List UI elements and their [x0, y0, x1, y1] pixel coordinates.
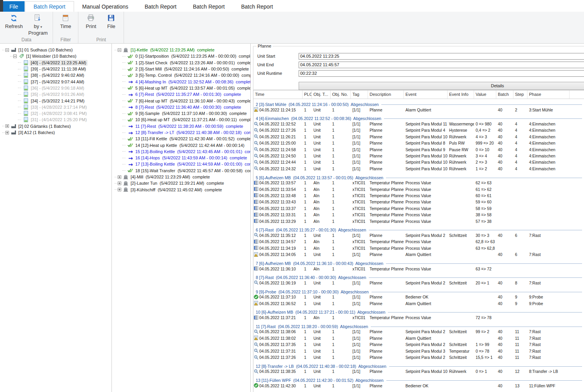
expand-plus-icon[interactable] — [118, 188, 121, 191]
tree-item-batch-6[interactable]: [36] - (5/4/2022 9:06:18 AM) — [0, 85, 111, 91]
tree-item-batch-13[interactable]: [3] A12 (1 Batches) — [0, 129, 111, 136]
column-header-description[interactable]: Description — [368, 90, 404, 99]
tree-item-batch-1[interactable]: [1] Weissbier (10 Batches) — [0, 53, 111, 59]
event-row[interactable]: 04.05.2022 11:24:501Unit1[1/1]PfanneSetp… — [253, 153, 584, 159]
time-button[interactable]: Time — [55, 13, 76, 37]
column-header-batch[interactable]: Batch — [496, 90, 513, 99]
tree-item-step-7[interactable]: 6 [7]-Rest (5/4/2022 11:35:27 AM - 00:01… — [112, 91, 250, 97]
tree-item-step-19[interactable]: 18 [15]-Wait Transfer (5/4/2022 11:45:57… — [112, 168, 250, 174]
tree-item-step-15[interactable]: 14 [12]-Heat up Kettle (5/4/2022 11:42:4… — [112, 142, 250, 148]
event-row[interactable]: 04.05.2022 11:37:261Unit1[1/1]PfanneSetp… — [253, 354, 584, 360]
event-row[interactable]: 04.05.2022 11:36:191Unit1[1/1]PfanneSetp… — [253, 280, 584, 286]
tree-item-batch-4[interactable]: [38] - (5/4/2022 9:46:02 AM) — [0, 72, 111, 78]
tree-item-batch-9[interactable]: [33] - (4/28/2022 3:17:14 PM) — [0, 104, 111, 110]
tree-item-step-16[interactable]: 15 [13]-Boiling Kettle (5/4/2022 11:43:4… — [112, 148, 250, 155]
expand-plus-icon[interactable] — [118, 175, 121, 179]
event-row[interactable]: 04.05.2022 11:42:301Unit1[1/1]PfanneBedi… — [253, 383, 584, 389]
tree-item-batch-10[interactable]: [32] - (4/28/2022 3:08:41 PM) — [0, 110, 111, 117]
event-row[interactable]: 04.05.2022 11:38:061Unit1[1/1]PfanneSetp… — [253, 329, 584, 335]
tree-item-step-10[interactable]: 9 [9]-Sample (5/4/2022 11:37:10 AM - 00:… — [112, 110, 250, 117]
event-row[interactable]: 04.05.2022 11:37:211AIn1xTIC01Temperatur… — [253, 314, 584, 321]
unit-end-input[interactable]: 04.05.2022 11:45:57 — [299, 62, 584, 68]
column-header-plc[interactable]: PLC — [303, 90, 312, 99]
event-row[interactable]: 04.05.2022 11:36:521Unit1[1/1]PfanneAlar… — [253, 300, 584, 307]
event-row[interactable]: 04.05.2022 11:24:151Unit1[1/1]PfanneAlar… — [253, 107, 584, 113]
tree-item-step-17[interactable]: 16 [14]-Hops (5/4/2022 11:43:59 AM - 00:… — [112, 155, 250, 161]
event-row[interactable]: 04.05.2022 11:34:191AIn1xTIC01Temperatur… — [253, 245, 584, 251]
event-row[interactable]: 04.05.2022 11:36:101AIn1xTIC01Temperatur… — [253, 266, 584, 272]
column-header-event[interactable]: Event — [404, 90, 448, 99]
event-row[interactable]: 04.05.2022 11:26:211Unit1[1/1]PfanneSetp… — [253, 134, 584, 140]
unit-runtime-input[interactable]: 00:22:32 — [299, 70, 584, 77]
column-header-time[interactable]: Time — [253, 90, 303, 99]
tree-item-step-8[interactable]: 7 [6]-Heat up MT (5/4/2022 11:36:10 AM -… — [112, 97, 250, 104]
tree-item-step-22[interactable]: [3]-Kühlschiff (5/4/2022 11:45:02 AM) co… — [112, 187, 250, 193]
event-row[interactable]: 04.05.2022 11:32:521Unit1[1/1]PfanneSetp… — [253, 121, 584, 127]
details-button[interactable]: Details — [299, 82, 584, 90]
event-row[interactable]: 04.05.2022 11:35:121Unit1[1/1]PfanneSetp… — [253, 232, 584, 238]
tree-item-step-5[interactable]: 4 [4]-Mashing In (5/4/2022 11:32:52 AM -… — [112, 78, 250, 85]
event-row[interactable]: 04.05.2022 11:24:581Unit1[1/1]PfanneSetp… — [253, 147, 584, 153]
collapse-minus-icon[interactable] — [118, 48, 121, 52]
tree-item-step-4[interactable]: 3 [5]-Temp. Control (5/4/2022 11:24:16 A… — [112, 72, 250, 78]
event-row[interactable]: 04.05.2022 11:25:001Unit1[1/1]PfanneSetp… — [253, 140, 584, 147]
event-row[interactable]: 04.05.2022 11:37:311Unit1[1/1]PfanneSetp… — [253, 348, 584, 354]
tab-batch-report-2[interactable]: Batch Report — [136, 1, 185, 12]
expand-plus-icon[interactable] — [5, 124, 9, 128]
expand-plus-icon[interactable] — [118, 182, 121, 185]
event-row[interactable]: 04.05.2022 11:33:371AIn1xTIC01Temperatur… — [253, 205, 584, 212]
tree-item-step-3[interactable]: 2 [3]-Start Mill (5/4/2022 11:24:16 AM -… — [112, 66, 250, 72]
event-row[interactable]: 04.05.2022 11:34:571AIn1xTIC01Temperatur… — [253, 239, 584, 245]
column-header-event-info[interactable]: Event Info — [448, 90, 474, 99]
print-button[interactable]: Print — [81, 13, 101, 37]
tab-batch-report-4[interactable]: Batch Report — [233, 1, 281, 12]
tree-item-step-12[interactable]: 11 [7]-Rest (5/4/2022 11:38:20 AM - 00:0… — [112, 123, 250, 129]
expand-plus-icon[interactable] — [5, 131, 9, 134]
tree-item-step-6[interactable]: 5 [6]-Heat up MT (5/4/2022 11:33:57 AM -… — [112, 85, 250, 91]
tree-item-step-18[interactable]: 17 [13]-Boiling Kettle (5/4/2022 11:44:5… — [112, 161, 250, 167]
event-row[interactable]: 04.05.2022 11:24:321Unit1[1/1]PfanneSetp… — [253, 166, 584, 172]
event-row[interactable]: 04.05.2022 11:33:541AIn1xTIC01Temperatur… — [253, 186, 584, 192]
tree-item-batch-3[interactable]: [39] - (5/4/2022 11:11:38 AM) — [0, 66, 111, 72]
tree-item-step-13[interactable]: 12 [8]-Transfer -> LT (5/4/2022 11:40:38… — [112, 129, 250, 136]
event-row[interactable]: 04.05.2022 11:33:571AIn1xTIC01Temperatur… — [253, 180, 584, 186]
file-button[interactable]: File — [101, 13, 121, 37]
tree-item-step-20[interactable]: [4]-Mill (5/4/2022 11:23:29 AM) complete — [112, 174, 250, 180]
event-row[interactable]: 04.05.2022 11:34:051Unit1[1/1]PfanneAlar… — [253, 251, 584, 258]
event-row[interactable]: 04.05.2022 11:27:261Unit1[1/1]PfanneSetp… — [253, 127, 584, 134]
column-header-tag[interactable]: Tag — [351, 90, 368, 99]
tree-item-batch-2[interactable]: [40] - (5/4/2022 11:23:25 AM) — [0, 60, 111, 66]
tree-item-step-14[interactable]: 13 [11]-Fill Kettle (5/4/2022 11:42:30 A… — [112, 136, 250, 142]
event-row[interactable]: 04.05.2022 11:38:021Unit1[1/1]PfanneAlar… — [253, 335, 584, 341]
event-row[interactable]: 04.05.2022 11:33:291AIn1xTIC01Temperatur… — [253, 218, 584, 224]
tree-item-batch-5[interactable]: [37] - (5/4/2022 9:07:44 AM) — [0, 78, 111, 85]
column-header-obj-t[interactable]: Obj. T... — [312, 90, 331, 99]
tab-file[interactable]: File — [3, 1, 25, 12]
tree-item-step-2[interactable]: 1 [2]-Start Check (5/4/2022 11:23:26 AM … — [112, 60, 250, 66]
tree-item-step-11[interactable]: 10 [6]-Heat up MT (5/4/2022 11:37:21 AM … — [112, 117, 250, 123]
event-row[interactable]: 04.05.2022 11:24:441Unit1[1/1]PfanneSetp… — [253, 159, 584, 166]
collapse-minus-icon[interactable] — [13, 55, 17, 58]
column-header-obj-no[interactable]: Obj. No. — [331, 90, 351, 99]
tree-item-batch-11[interactable]: [31] - (4/14/2022 1:25:20 PM) — [0, 117, 111, 123]
event-row[interactable]: 04.05.2022 11:37:101Unit1[1/1]PfanneBedi… — [253, 294, 584, 300]
tab-batch-report-3[interactable]: Batch Report — [185, 1, 233, 12]
by-program-button[interactable]: by▾Program — [26, 13, 51, 37]
tree-item-step-21[interactable]: [2]-Lauter Tun (5/4/2022 11:39:21 AM) co… — [112, 180, 250, 186]
column-header-value[interactable]: Value — [474, 90, 496, 99]
tree-item-step-0[interactable]: [1]-Kettle (5/4/2022 11:23:25 AM) comple… — [112, 47, 250, 53]
collapse-minus-icon[interactable] — [5, 48, 9, 52]
event-row[interactable]: 04.05.2022 11:38:351Unit1[1/1]PfanneSetp… — [253, 369, 584, 375]
event-row[interactable]: 04.05.2022 11:37:351Unit1[1/1]PfanneSetp… — [253, 342, 584, 348]
refresh-button[interactable]: Refresh — [2, 13, 26, 37]
event-row[interactable]: 04.05.2022 11:33:481AIn1xTIC01Temperatur… — [253, 192, 584, 199]
column-header-phase[interactable]: Phase — [527, 90, 570, 99]
tree-item-batch-8[interactable]: [34] - (5/3/2022 1:44:21 PM) — [0, 97, 111, 104]
event-row[interactable]: 04.05.2022 11:33:431AIn1xTIC01Temperatur… — [253, 199, 584, 205]
column-header-step[interactable]: Step — [513, 90, 527, 99]
tree-item-batch-7[interactable]: [35] - (5/4/2022 9:01:26 AM) — [0, 91, 111, 97]
tree-item-batch-0[interactable]: [1] 01 Sudhaus (10 Batches) — [0, 47, 111, 53]
unit-start-input[interactable]: 04.05.2022 11:23:25 — [299, 53, 584, 60]
tab-batch-report-0[interactable]: Batch Report — [25, 1, 74, 12]
tab-manual-operations-1[interactable]: Manual Operations — [74, 1, 136, 12]
